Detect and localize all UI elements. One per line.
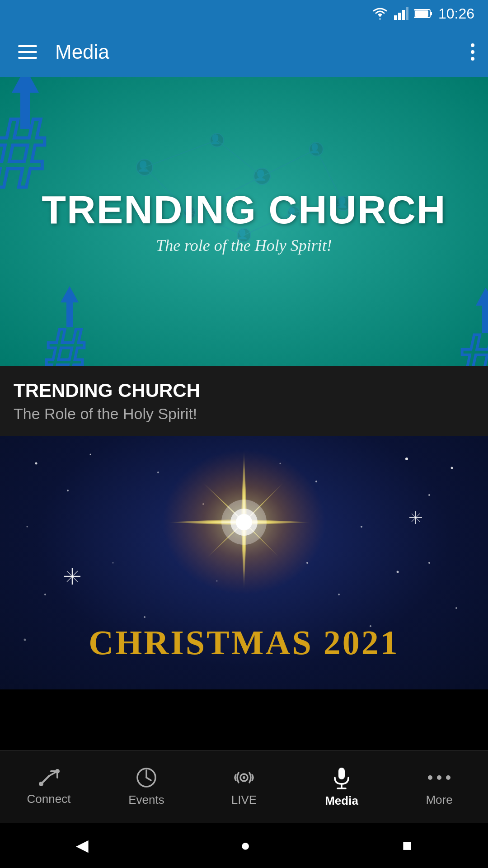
svg-line-15 [145,140,217,167]
svg-point-77 [243,776,245,779]
svg-point-72 [55,769,60,774]
hashtag-bottom-right: # [459,288,488,367]
nav-item-live[interactable]: LIVE [195,767,293,807]
app-title: Media [55,41,471,63]
svg-point-42 [44,594,46,595]
svg-text:👤: 👤 [254,169,267,181]
hashtag-top-left: # [0,77,46,195]
svg-point-44 [338,594,340,595]
svg-rect-2 [402,10,405,20]
svg-point-37 [428,494,430,496]
nav-label-events: Events [128,793,164,807]
svg-point-33 [67,490,69,491]
nav-item-more[interactable]: More [390,767,488,807]
svg-point-39 [27,526,28,528]
info-strip-title: TRENDING CHURCH [14,380,474,401]
hashtag-bottom-left: # [45,286,85,366]
connect-icon [38,768,60,788]
nav-label-connect: Connect [27,792,71,806]
svg-point-62 [455,607,457,609]
svg-point-58 [144,616,145,618]
svg-point-70 [221,500,267,545]
banner-main-title: TRENDING CHURCH [42,188,446,232]
info-strip-subtitle: The Role of the Holy Spirit! [14,405,474,423]
hamburger-menu-button[interactable] [14,41,42,63]
nav-label-more: More [426,793,452,807]
events-icon [136,767,157,788]
svg-text:👤: 👤 [210,134,221,145]
christmas-banner[interactable]: CHRISTMAS 2021 [0,436,488,689]
nav-item-connect[interactable]: Connect [0,768,98,806]
svg-rect-1 [398,13,401,20]
svg-point-71 [39,782,43,786]
status-time: 10:26 [438,5,474,22]
system-nav-bar: ◀ ● ■ [0,823,488,868]
svg-point-38 [451,467,453,469]
recents-button[interactable]: ■ [402,836,412,855]
svg-text:👤: 👤 [309,143,320,154]
bottom-navigation: Connect Events LIVE [0,750,488,823]
svg-point-34 [90,454,91,455]
wifi-icon [371,7,389,20]
svg-point-36 [405,458,408,460]
svg-point-43 [113,562,114,564]
svg-rect-78 [338,768,345,779]
status-icons: 10:26 [371,5,474,22]
svg-text:👤: 👤 [137,160,150,172]
bethlehem-star [158,445,330,599]
nav-label-media: Media [325,794,358,808]
info-strip[interactable]: TRENDING CHURCH The Role of the Holy Spi… [0,366,488,436]
banner-subtitle: The role of the Holy Spirit! [42,236,446,255]
status-bar: 10:26 [0,0,488,27]
app-bar: Media [0,27,488,77]
svg-line-75 [146,778,151,780]
svg-point-32 [35,462,38,465]
home-button[interactable]: ● [240,836,250,855]
trending-church-banner[interactable]: 👤 👤 👤 👤 👤 👤 👤 👤 # # # TRENDING [0,77,488,366]
svg-point-45 [428,562,430,564]
live-icon [232,767,256,788]
svg-point-41 [397,571,399,573]
back-button[interactable]: ◀ [76,836,89,855]
battery-icon [414,8,433,19]
nav-label-live: LIVE [231,793,257,807]
svg-rect-6 [415,10,428,17]
svg-point-40 [361,526,362,528]
nav-item-media[interactable]: Media [293,766,390,808]
svg-line-17 [262,149,316,176]
overflow-menu-button[interactable] [471,43,474,61]
more-icon [428,767,450,788]
signal-icon [394,7,408,20]
svg-rect-0 [394,15,397,20]
christmas-title: CHRISTMAS 2021 [0,623,488,662]
nav-item-events[interactable]: Events [98,767,195,807]
media-icon [331,766,352,789]
svg-rect-5 [430,12,432,15]
svg-rect-3 [406,7,408,20]
banner-text-container: TRENDING CHURCH The role of the Holy Spi… [42,188,446,255]
